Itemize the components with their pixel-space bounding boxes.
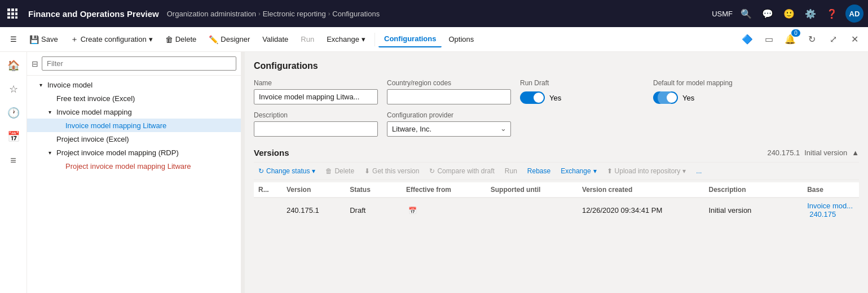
delete-icon: 🗑 xyxy=(165,35,173,44)
calendar-icon[interactable]: 📅 xyxy=(408,207,417,215)
cmd-bar-right: 🔷 ▭ 🔔0 ↻ ⤢ ✕ xyxy=(738,30,863,49)
sidebar-home-icon[interactable]: 🏠 xyxy=(2,54,25,77)
svg-rect-4 xyxy=(11,12,14,15)
refresh-icon[interactable]: ↻ xyxy=(803,30,821,49)
versions-table-header: R... Version Status Effective from Suppo… xyxy=(254,182,859,198)
open-new-icon[interactable]: ⤢ xyxy=(824,30,842,49)
tree-item-invoice-model-mapping[interactable]: ▾ Invoice model mapping xyxy=(27,105,241,119)
tree-item-invoice-model[interactable]: ▾ Invoice model xyxy=(27,78,241,91)
nav-electronic-reporting[interactable]: Electronic reporting xyxy=(263,10,326,18)
config-form: Name Country/region codes Run Draft Yes … xyxy=(254,79,859,137)
versions-run-button[interactable]: Run xyxy=(500,165,522,177)
panel-icon[interactable]: ▭ xyxy=(760,30,778,49)
save-icon: 💾 xyxy=(29,35,39,44)
row-base: Invoice mod... 240.175 xyxy=(803,198,859,222)
section-title: Configurations xyxy=(254,61,859,71)
personalize-icon[interactable]: 🔷 xyxy=(738,30,756,49)
compare-with-draft-button[interactable]: ↻ Compare with draft xyxy=(425,165,499,177)
tree-item-project-mapping-litware[interactable]: Project invoice model mapping Litware xyxy=(27,159,241,173)
default-mapping-value: Yes xyxy=(682,94,694,102)
table-row[interactable]: 240.175.1 Draft 📅 12/26/2020 09:34:41 PM… xyxy=(254,198,859,222)
country-input[interactable] xyxy=(387,89,511,104)
sidebar-clock-icon[interactable]: 🕐 xyxy=(2,102,25,124)
save-button[interactable]: 💾 Save xyxy=(24,32,64,47)
versions-info: 240.175.1 Initial version ▲ xyxy=(767,148,859,157)
versions-more-button[interactable]: ... xyxy=(691,165,706,177)
sidebar-calendar-icon[interactable]: 📅 xyxy=(2,125,25,148)
row-effective: 📅 xyxy=(402,198,486,222)
breadcrumb-chevron-1: › xyxy=(258,10,261,17)
sidebar-icons: 🏠 ☆ 🕐 📅 ≡ xyxy=(0,52,27,293)
sidebar-list-icon[interactable]: ≡ xyxy=(2,149,25,172)
validate-button[interactable]: Validate xyxy=(257,32,294,47)
change-status-chevron: ▾ xyxy=(312,167,315,175)
versions-exchange-button[interactable]: Exchange ▾ xyxy=(556,165,601,177)
default-mapping-toggle[interactable] xyxy=(653,91,678,104)
create-config-chevron: ▾ xyxy=(149,35,153,43)
svg-rect-2 xyxy=(15,8,17,11)
notification-badge-icon[interactable]: 🔔0 xyxy=(781,30,799,49)
default-mapping-label: Default for model mapping xyxy=(653,79,859,87)
smiley-icon[interactable]: 🙂 xyxy=(781,6,797,21)
designer-button[interactable]: ✏️ Designer xyxy=(203,32,255,47)
row-base-link[interactable]: Invoice mod... xyxy=(807,202,853,210)
run-draft-toggle[interactable] xyxy=(520,91,545,104)
main-layout: 🏠 ☆ 🕐 📅 ≡ ⊟ ▾ Invoice model Free text in… xyxy=(0,52,868,293)
rebase-button[interactable]: Rebase xyxy=(523,165,555,177)
hamburger-menu[interactable]: ☰ xyxy=(5,32,23,47)
delete-button[interactable]: 🗑 Delete xyxy=(160,32,202,47)
create-config-button[interactable]: ＋ Create configuration ▾ xyxy=(65,31,158,48)
exchange-button[interactable]: Exchange ▾ xyxy=(321,32,371,47)
svg-rect-0 xyxy=(7,8,10,11)
settings-icon[interactable]: ⚙️ xyxy=(803,6,818,21)
configurations-tab[interactable]: Configurations xyxy=(378,31,442,47)
sidebar-star-icon[interactable]: ☆ xyxy=(2,78,25,100)
expand-project-rdp: ▾ xyxy=(45,148,54,157)
col-base: Base xyxy=(803,182,859,198)
versions-delete-button[interactable]: 🗑 Delete xyxy=(321,165,359,177)
version-label: Initial version xyxy=(804,148,847,157)
app-grid-icon[interactable] xyxy=(5,6,20,21)
field-name: Name xyxy=(254,79,378,104)
tree-content: ▾ Invoice model Free text invoice (Excel… xyxy=(27,76,241,293)
tree-item-project-invoice-rdp[interactable]: ▾ Project invoice model mapping (RDP) xyxy=(27,146,241,159)
tree-item-invoice-mapping-litware[interactable]: Invoice model mapping Litware xyxy=(27,119,241,132)
upload-into-repo-button[interactable]: ⬆ Upload into repository ▾ xyxy=(602,165,691,177)
row-version: 240.175.1 xyxy=(282,198,345,222)
notifications-icon[interactable]: 💬 xyxy=(760,6,776,21)
filter-input[interactable] xyxy=(42,56,236,71)
tree-item-free-text-invoice[interactable]: Free text invoice (Excel) xyxy=(27,91,241,105)
designer-icon: ✏️ xyxy=(209,35,218,44)
help-icon[interactable]: ❓ xyxy=(824,6,840,21)
svg-rect-7 xyxy=(11,16,14,19)
options-tab[interactable]: Options xyxy=(443,32,479,47)
config-provider-wrapper: Litware, Inc. xyxy=(387,121,511,137)
user-avatar[interactable]: AD xyxy=(845,5,863,23)
tree-item-project-invoice-excel[interactable]: Project invoice (Excel) xyxy=(27,132,241,146)
breadcrumb-chevron-2: › xyxy=(328,10,331,17)
upload-chevron: ▾ xyxy=(682,167,686,175)
create-icon: ＋ xyxy=(71,34,78,45)
svg-rect-8 xyxy=(15,16,17,19)
versions-header: Versions 240.175.1 Initial version ▲ xyxy=(254,148,859,158)
nav-org-admin[interactable]: Organization administration xyxy=(167,10,256,18)
nav-configurations[interactable]: Configurations xyxy=(332,10,380,18)
close-icon[interactable]: ✕ xyxy=(845,30,863,49)
search-icon[interactable]: 🔍 xyxy=(738,6,754,21)
country-label: Country/region codes xyxy=(387,79,511,87)
run-button[interactable]: Run xyxy=(295,32,320,47)
change-status-button[interactable]: ↻ Change status ▾ xyxy=(254,165,320,177)
versions-toolbar: ↻ Change status ▾ 🗑 Delete ⬇ Get this ve… xyxy=(254,162,859,180)
field-run-draft: Run Draft Yes xyxy=(520,79,622,104)
filter-icon: ⊟ xyxy=(32,59,38,68)
detail-panel: Configurations Name Country/region codes… xyxy=(245,52,868,293)
svg-rect-1 xyxy=(11,8,14,11)
col-supported: Supported until xyxy=(486,182,578,198)
collapse-icon[interactable]: ▲ xyxy=(852,148,859,157)
row-base-version: 240.175 xyxy=(809,210,836,218)
description-label: Description xyxy=(254,111,378,119)
get-this-version-button[interactable]: ⬇ Get this version xyxy=(360,165,424,177)
config-provider-select[interactable]: Litware, Inc. xyxy=(387,121,511,137)
description-input[interactable] xyxy=(254,121,378,137)
name-input[interactable] xyxy=(254,89,378,104)
